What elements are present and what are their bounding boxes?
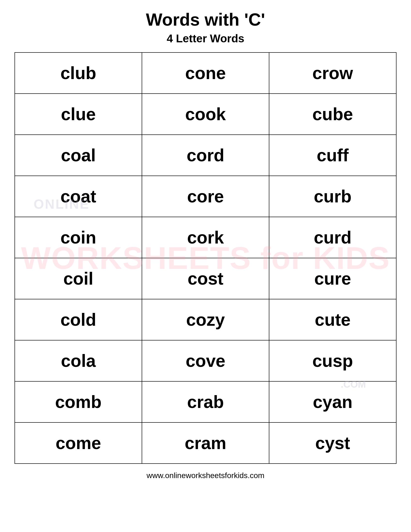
word-cell: cube	[269, 94, 396, 135]
word-cell: cove	[142, 340, 269, 381]
word-cell: cold	[15, 299, 142, 340]
word-cell: cola	[15, 340, 142, 381]
table-row: clubconecrow	[15, 52, 396, 94]
word-cell: crow	[269, 52, 396, 94]
word-cell: cyan	[269, 381, 396, 422]
word-cell: coil	[15, 258, 142, 299]
word-table: clubconecrowcluecookcubecoalcordcuffcoat…	[15, 52, 396, 464]
word-cell: cure	[269, 258, 396, 299]
word-cell: curb	[269, 176, 396, 217]
table-row: coalcordcuff	[15, 135, 396, 176]
word-cell: comb	[15, 381, 142, 422]
word-cell: cuff	[269, 135, 396, 176]
page-title: Words with 'C'	[146, 10, 265, 29]
page-subtitle: 4 Letter Words	[167, 32, 244, 45]
word-cell: cord	[142, 135, 269, 176]
word-cell: cozy	[142, 299, 269, 340]
word-cell: cork	[142, 217, 269, 258]
word-cell: coin	[15, 217, 142, 258]
word-table-wrapper: ONLINE WORKSHEETS for KIDS .COM clubcone…	[15, 52, 396, 464]
word-cell: coal	[15, 135, 142, 176]
word-cell: cusp	[269, 340, 396, 381]
table-row: colacovecusp	[15, 340, 396, 381]
table-row: coldcozycute	[15, 299, 396, 340]
word-cell: cyst	[269, 422, 396, 464]
word-cell: cone	[142, 52, 269, 94]
table-row: coincorkcurd	[15, 217, 396, 258]
word-cell: cram	[142, 422, 269, 464]
footer-url: www.onlineworksheetsforkids.com	[147, 471, 264, 480]
word-cell: core	[142, 176, 269, 217]
word-cell: cook	[142, 94, 269, 135]
word-cell: clue	[15, 94, 142, 135]
table-row: cluecookcube	[15, 94, 396, 135]
word-cell: curd	[269, 217, 396, 258]
table-row: comecramcyst	[15, 422, 396, 464]
word-cell: coat	[15, 176, 142, 217]
table-row: combcrabcyan	[15, 381, 396, 422]
word-cell: club	[15, 52, 142, 94]
table-row: coatcorecurb	[15, 176, 396, 217]
word-cell: cost	[142, 258, 269, 299]
word-cell: cute	[269, 299, 396, 340]
word-cell: crab	[142, 381, 269, 422]
word-cell: come	[15, 422, 142, 464]
table-row: coilcostcure	[15, 258, 396, 299]
